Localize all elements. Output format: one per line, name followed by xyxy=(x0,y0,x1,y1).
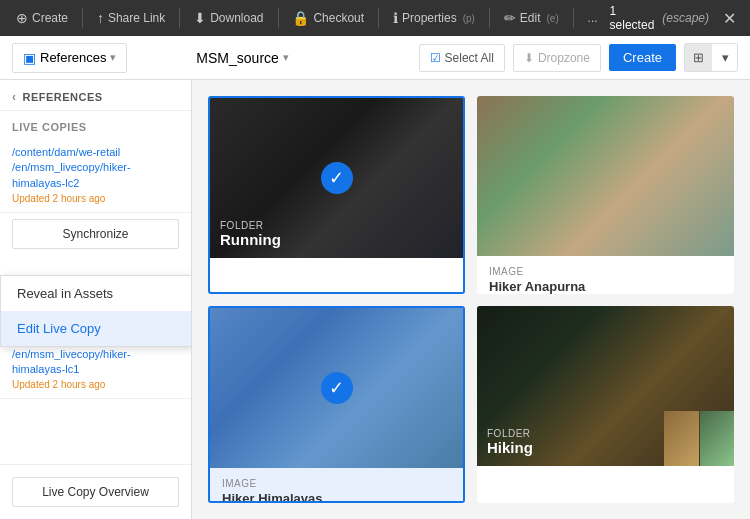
close-button[interactable]: ✕ xyxy=(717,7,742,30)
selection-info: 1 selected (escape) ✕ xyxy=(610,4,742,32)
references-icon: ▣ xyxy=(23,50,36,66)
top-toolbar: ⊕ Create ↑ Share Link ⬇ Download 🔒 Check… xyxy=(0,0,750,36)
main-content: ‹ REFERENCES LIVE COPIES /content/dam/we… xyxy=(0,80,750,519)
checkout-button[interactable]: 🔒 Checkout xyxy=(284,6,372,30)
asset-info-himalayas: IMAGE Hiker Himalayas hiker-himalayas.jp… xyxy=(210,468,463,504)
info-icon: ℹ xyxy=(393,10,398,26)
asset-info-anapurna: IMAGE Hiker Anapurna hiker-anapurna.jpg … xyxy=(477,256,734,294)
view-chevron-button[interactable]: ▾ xyxy=(714,44,737,71)
toolbar-actions: ☑ Select All ⬇ Dropzone Create ⊞ ▾ xyxy=(419,43,738,72)
asset-card-himalayas[interactable]: ✓ IMAGE Hiker Himalayas hiker-himalayas.… xyxy=(208,306,465,504)
edit-button[interactable]: ✏ Edit (e) xyxy=(496,6,567,30)
separator xyxy=(82,8,83,28)
more-button[interactable]: ... xyxy=(580,7,606,29)
separator xyxy=(573,8,574,28)
share-link-button[interactable]: ↑ Share Link xyxy=(89,6,173,30)
live-copy-path-1: /content/dam/we-retail/en/msm_livecopy/h… xyxy=(12,145,179,191)
asset-grid: FOLDER Running ✓ IMAGE Hiker Anapurna hi… xyxy=(192,80,750,519)
folder-type-label: FOLDER xyxy=(220,220,453,231)
msm-source-selector[interactable]: MSM_source ▾ xyxy=(196,50,288,66)
folder-name-running: Running xyxy=(220,231,453,248)
asset-card-hiking[interactable]: FOLDER Hiking xyxy=(477,306,734,504)
grid-view-button[interactable]: ⊞ xyxy=(685,44,712,71)
sidebar-footer: Live Copy Overview xyxy=(0,464,191,519)
live-copies-section-title: LIVE COPIES xyxy=(0,111,191,137)
sidebar: ‹ REFERENCES LIVE COPIES /content/dam/we… xyxy=(0,80,192,519)
separator xyxy=(179,8,180,28)
select-all-button[interactable]: ☑ Select All xyxy=(419,44,505,72)
references-button[interactable]: ▣ References ▾ xyxy=(12,43,127,73)
reveal-in-assets-menu-item[interactable]: Reveal in Assets xyxy=(1,276,191,311)
selected-check-running: ✓ xyxy=(321,162,353,194)
synchronize-button[interactable]: Synchronize xyxy=(12,219,179,249)
asset-card-running[interactable]: FOLDER Running ✓ xyxy=(208,96,465,294)
separator xyxy=(278,8,279,28)
create-asset-button[interactable]: Create xyxy=(609,44,676,71)
dropzone-icon: ⬇ xyxy=(524,51,534,65)
create-button[interactable]: ⊕ Create xyxy=(8,6,76,30)
properties-button[interactable]: ℹ Properties (p) xyxy=(385,6,483,30)
image-thumb-anapurna xyxy=(477,96,734,256)
sub-image-1 xyxy=(664,411,699,466)
dropzone-button[interactable]: ⬇ Dropzone xyxy=(513,44,601,72)
folder-thumb-hiking: FOLDER Hiking xyxy=(477,306,734,466)
folder-thumb-running: FOLDER Running ✓ xyxy=(210,98,463,258)
image-thumb-himalayas: ✓ xyxy=(210,308,463,468)
view-toggle: ⊞ ▾ xyxy=(684,43,738,72)
live-copy-overview-button[interactable]: Live Copy Overview xyxy=(12,477,179,507)
live-copy-updated-2: Updated 2 hours ago xyxy=(12,379,179,390)
sub-image-2 xyxy=(700,411,735,466)
lock-icon: 🔒 xyxy=(292,10,309,26)
secondary-toolbar: ▣ References ▾ MSM_source ▾ ☑ Select All… xyxy=(0,36,750,80)
download-icon: ⬇ xyxy=(194,10,206,26)
separator xyxy=(378,8,379,28)
folder-sub-images-hiking xyxy=(664,411,734,466)
selected-check-himalayas: ✓ xyxy=(321,372,353,404)
separator xyxy=(489,8,490,28)
msm-source-chevron: ▾ xyxy=(283,51,289,64)
edit-icon: ✏ xyxy=(504,10,516,26)
share-icon: ↑ xyxy=(97,10,104,26)
references-chevron: ▾ xyxy=(110,51,116,64)
create-icon: ⊕ xyxy=(16,10,28,26)
sidebar-header: ‹ REFERENCES xyxy=(0,80,191,111)
asset-card-anapurna[interactable]: IMAGE Hiker Anapurna hiker-anapurna.jpg … xyxy=(477,96,734,294)
checkbox-icon: ☑ xyxy=(430,51,441,65)
live-copy-updated-1: Updated 2 hours ago xyxy=(12,193,179,204)
live-copy-item-1[interactable]: /content/dam/we-retail/en/msm_livecopy/h… xyxy=(0,137,191,213)
download-button[interactable]: ⬇ Download xyxy=(186,6,271,30)
asset-type-anapurna: IMAGE xyxy=(489,266,722,277)
context-menu: Reveal in Assets Edit Live Copy xyxy=(0,275,192,347)
asset-name-anapurna: Hiker Anapurna xyxy=(489,279,722,294)
back-icon[interactable]: ‹ xyxy=(12,90,17,104)
asset-type-himalayas: IMAGE xyxy=(222,478,451,489)
edit-live-copy-menu-item[interactable]: Edit Live Copy xyxy=(1,311,191,346)
asset-name-himalayas: Hiker Himalayas xyxy=(222,491,451,504)
